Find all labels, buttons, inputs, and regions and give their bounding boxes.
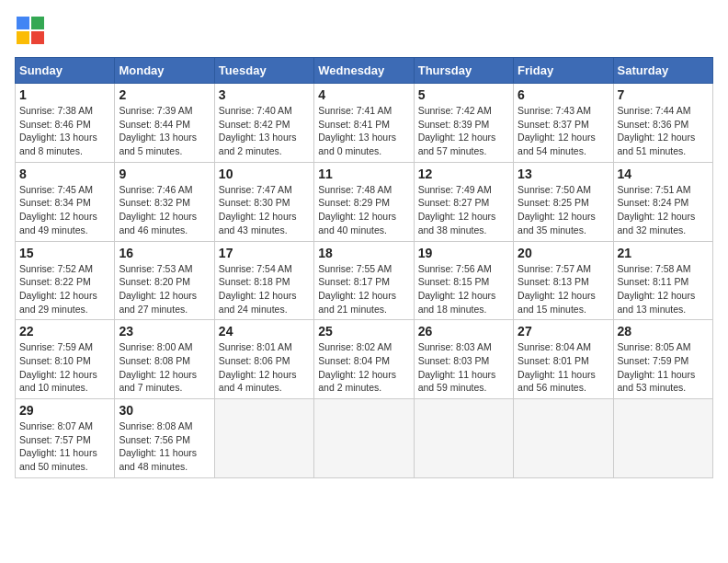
calendar-cell: 3Sunrise: 7:40 AMSunset: 8:42 PMDaylight…	[214, 84, 313, 163]
weekday-header-tuesday: Tuesday	[214, 58, 313, 84]
day-number: 4	[318, 87, 409, 102]
calendar-cell: 4Sunrise: 7:41 AMSunset: 8:41 PMDaylight…	[314, 84, 414, 163]
day-number: 16	[119, 246, 210, 260]
day-number: 6	[518, 87, 609, 102]
day-number: 30	[119, 403, 210, 418]
day-info: Sunrise: 7:57 AMSunset: 8:13 PMDaylight:…	[518, 262, 609, 316]
calendar-cell: 20Sunrise: 7:57 AMSunset: 8:13 PMDayligh…	[514, 241, 613, 320]
calendar-cell: 13Sunrise: 7:50 AMSunset: 8:25 PMDayligh…	[514, 162, 613, 241]
day-info: Sunrise: 8:05 AMSunset: 7:59 PMDaylight:…	[618, 340, 709, 395]
day-info: Sunrise: 7:47 AMSunset: 8:30 PMDaylight:…	[219, 183, 310, 237]
calendar-cell: 29Sunrise: 8:07 AMSunset: 7:57 PMDayligh…	[16, 399, 115, 478]
calendar-cell	[314, 399, 414, 478]
day-number: 21	[618, 246, 709, 260]
day-info: Sunrise: 7:51 AMSunset: 8:24 PMDaylight:…	[618, 183, 709, 237]
day-info: Sunrise: 7:45 AMSunset: 8:34 PMDaylight:…	[19, 183, 110, 237]
day-number: 10	[219, 167, 310, 181]
day-info: Sunrise: 8:00 AMSunset: 8:08 PMDaylight:…	[119, 340, 210, 395]
day-number: 5	[418, 87, 509, 102]
day-info: Sunrise: 7:43 AMSunset: 8:37 PMDaylight:…	[518, 104, 609, 158]
day-number: 13	[518, 167, 609, 181]
day-info: Sunrise: 7:46 AMSunset: 8:32 PMDaylight:…	[119, 183, 210, 237]
calendar-week-3: 15Sunrise: 7:52 AMSunset: 8:22 PMDayligh…	[16, 241, 713, 320]
weekday-header-sunday: Sunday	[16, 58, 115, 84]
day-info: Sunrise: 7:53 AMSunset: 8:20 PMDaylight:…	[119, 262, 210, 316]
logo	[15, 15, 50, 48]
calendar-cell: 15Sunrise: 7:52 AMSunset: 8:22 PMDayligh…	[16, 241, 115, 320]
calendar-cell: 28Sunrise: 8:05 AMSunset: 7:59 PMDayligh…	[613, 320, 712, 399]
day-number: 7	[618, 87, 709, 102]
day-number: 12	[418, 167, 509, 181]
day-number: 26	[418, 324, 509, 339]
calendar-cell: 18Sunrise: 7:55 AMSunset: 8:17 PMDayligh…	[314, 241, 414, 320]
calendar-week-1: 1Sunrise: 7:38 AMSunset: 8:46 PMDaylight…	[16, 84, 713, 163]
day-info: Sunrise: 7:49 AMSunset: 8:27 PMDaylight:…	[418, 183, 509, 237]
svg-rect-0	[17, 17, 29, 29]
day-number: 17	[219, 246, 310, 260]
calendar-cell	[613, 399, 712, 478]
day-number: 2	[119, 87, 210, 102]
calendar-cell: 8Sunrise: 7:45 AMSunset: 8:34 PMDaylight…	[16, 162, 115, 241]
day-info: Sunrise: 7:59 AMSunset: 8:10 PMDaylight:…	[19, 340, 110, 395]
calendar-cell: 10Sunrise: 7:47 AMSunset: 8:30 PMDayligh…	[214, 162, 313, 241]
day-number: 19	[418, 246, 509, 260]
day-info: Sunrise: 7:39 AMSunset: 8:44 PMDaylight:…	[119, 104, 210, 158]
day-info: Sunrise: 8:07 AMSunset: 7:57 PMDaylight:…	[19, 419, 110, 474]
day-number: 29	[19, 403, 110, 418]
calendar-cell: 23Sunrise: 8:00 AMSunset: 8:08 PMDayligh…	[115, 320, 214, 399]
day-number: 28	[618, 324, 709, 339]
weekday-header-wednesday: Wednesday	[314, 58, 414, 84]
svg-rect-3	[31, 31, 44, 44]
weekday-header-saturday: Saturday	[613, 58, 712, 84]
day-number: 27	[518, 324, 609, 339]
day-info: Sunrise: 7:42 AMSunset: 8:39 PMDaylight:…	[418, 104, 509, 158]
day-number: 22	[19, 324, 110, 339]
calendar-cell	[414, 399, 513, 478]
calendar-cell: 16Sunrise: 7:53 AMSunset: 8:20 PMDayligh…	[115, 241, 214, 320]
weekday-header-thursday: Thursday	[414, 58, 513, 84]
day-info: Sunrise: 7:38 AMSunset: 8:46 PMDaylight:…	[19, 104, 110, 158]
day-number: 20	[518, 246, 609, 260]
calendar-cell	[214, 399, 313, 478]
svg-rect-1	[31, 17, 44, 29]
weekday-header-friday: Friday	[514, 58, 613, 84]
day-info: Sunrise: 8:04 AMSunset: 8:01 PMDaylight:…	[518, 340, 609, 395]
day-number: 14	[618, 167, 709, 181]
calendar-cell: 12Sunrise: 7:49 AMSunset: 8:27 PMDayligh…	[414, 162, 513, 241]
calendar-week-4: 22Sunrise: 7:59 AMSunset: 8:10 PMDayligh…	[16, 320, 713, 399]
day-number: 3	[219, 87, 310, 102]
day-info: Sunrise: 7:41 AMSunset: 8:41 PMDaylight:…	[318, 104, 409, 158]
svg-rect-2	[17, 31, 29, 44]
day-info: Sunrise: 7:54 AMSunset: 8:18 PMDaylight:…	[219, 262, 310, 316]
calendar-cell: 22Sunrise: 7:59 AMSunset: 8:10 PMDayligh…	[16, 320, 115, 399]
calendar-cell: 1Sunrise: 7:38 AMSunset: 8:46 PMDaylight…	[16, 84, 115, 163]
calendar-cell: 11Sunrise: 7:48 AMSunset: 8:29 PMDayligh…	[314, 162, 414, 241]
day-number: 1	[19, 87, 110, 102]
weekday-header-monday: Monday	[115, 58, 214, 84]
day-info: Sunrise: 7:40 AMSunset: 8:42 PMDaylight:…	[219, 104, 310, 158]
day-number: 25	[318, 324, 409, 339]
calendar-table: SundayMondayTuesdayWednesdayThursdayFrid…	[15, 57, 713, 478]
calendar-cell: 19Sunrise: 7:56 AMSunset: 8:15 PMDayligh…	[414, 241, 513, 320]
calendar-cell: 24Sunrise: 8:01 AMSunset: 8:06 PMDayligh…	[214, 320, 313, 399]
day-info: Sunrise: 8:03 AMSunset: 8:03 PMDaylight:…	[418, 340, 509, 395]
calendar-cell: 17Sunrise: 7:54 AMSunset: 8:18 PMDayligh…	[214, 241, 313, 320]
day-info: Sunrise: 7:44 AMSunset: 8:36 PMDaylight:…	[618, 104, 709, 158]
calendar-cell: 2Sunrise: 7:39 AMSunset: 8:44 PMDaylight…	[115, 84, 214, 163]
day-info: Sunrise: 7:55 AMSunset: 8:17 PMDaylight:…	[318, 262, 409, 316]
calendar-week-2: 8Sunrise: 7:45 AMSunset: 8:34 PMDaylight…	[16, 162, 713, 241]
day-info: Sunrise: 7:58 AMSunset: 8:11 PMDaylight:…	[618, 262, 709, 316]
day-info: Sunrise: 7:48 AMSunset: 8:29 PMDaylight:…	[318, 183, 409, 237]
page-header	[15, 15, 713, 48]
calendar-cell: 25Sunrise: 8:02 AMSunset: 8:04 PMDayligh…	[314, 320, 414, 399]
calendar-cell: 6Sunrise: 7:43 AMSunset: 8:37 PMDaylight…	[514, 84, 613, 163]
calendar-cell: 30Sunrise: 8:08 AMSunset: 7:56 PMDayligh…	[115, 399, 214, 478]
calendar-cell: 7Sunrise: 7:44 AMSunset: 8:36 PMDaylight…	[613, 84, 712, 163]
calendar-cell	[514, 399, 613, 478]
day-number: 18	[318, 246, 409, 260]
day-number: 23	[119, 324, 210, 339]
calendar-header-row: SundayMondayTuesdayWednesdayThursdayFrid…	[16, 58, 713, 84]
logo-icon	[15, 15, 48, 48]
calendar-cell: 21Sunrise: 7:58 AMSunset: 8:11 PMDayligh…	[613, 241, 712, 320]
calendar-cell: 26Sunrise: 8:03 AMSunset: 8:03 PMDayligh…	[414, 320, 513, 399]
